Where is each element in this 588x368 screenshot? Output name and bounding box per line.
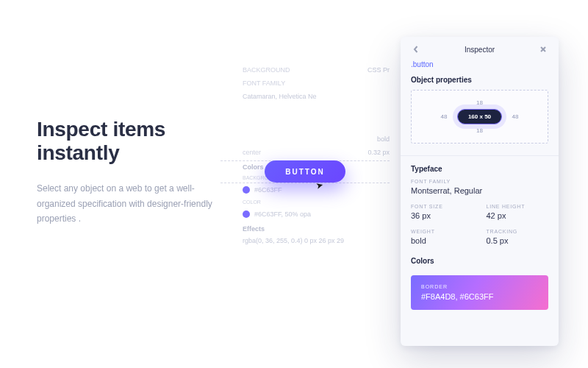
- color-card[interactable]: BORDER #F8A4D8, #6C63FF: [411, 275, 548, 310]
- object-properties-heading: Object properties: [401, 74, 559, 90]
- font-size-value: 36 px: [411, 211, 473, 220]
- element-size-value: 160 x 50: [457, 109, 502, 124]
- design-canvas: BUTTON ➤: [220, 66, 390, 331]
- headline-line-2: instantly: [37, 141, 228, 165]
- box-model-diagram: 18 48 160 x 50 48 18: [411, 90, 548, 144]
- css-selector[interactable]: .button: [401, 60, 559, 74]
- button-label: BUTTON: [285, 168, 324, 176]
- tracking-label: TRACKING: [487, 229, 549, 234]
- tracking-value: 0.5 px: [487, 236, 549, 245]
- colors-heading: Colors: [411, 255, 548, 271]
- feature-headline: Inspect items instantly: [37, 118, 228, 165]
- border-label: BORDER: [421, 284, 538, 289]
- weight-label: WEIGHT: [411, 229, 473, 234]
- inspector-title: Inspector: [421, 46, 538, 54]
- weight-value: bold: [411, 236, 473, 245]
- padding-bottom-value: 18: [476, 127, 483, 134]
- padding-left-value: 48: [438, 113, 450, 120]
- font-family-value: Montserrat, Regular: [411, 186, 548, 195]
- line-height-value: 42 px: [487, 211, 549, 220]
- padding-top-value: 18: [476, 99, 483, 106]
- padding-right-value: 48: [509, 113, 521, 120]
- close-button[interactable]: [538, 44, 548, 54]
- sample-button[interactable]: BUTTON: [265, 160, 345, 183]
- inspector-panel: Inspector .button Object properties 18 4…: [401, 37, 559, 346]
- guide-line: [220, 183, 390, 183]
- border-value: #F8A4D8, #6C63FF: [421, 292, 538, 301]
- font-size-label: FONT SIZE: [411, 204, 473, 209]
- headline-line-1: Inspect items: [37, 118, 228, 141]
- feature-description: Select any object on a web to get a well…: [37, 181, 228, 226]
- typeface-heading: Typeface: [411, 163, 548, 179]
- back-button[interactable]: [411, 44, 421, 54]
- line-height-label: LINE HEIGHT: [487, 204, 549, 209]
- font-family-label: FONT FAMILY: [411, 179, 548, 184]
